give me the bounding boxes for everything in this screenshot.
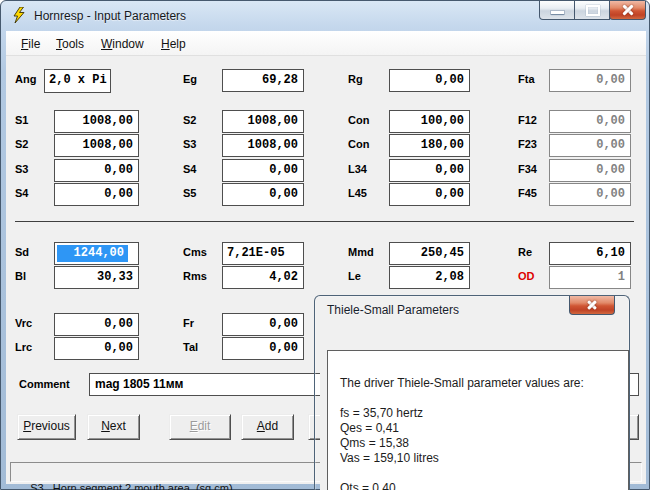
menu-bar: FileToolsWindowHelp [6,31,646,56]
param-value: 0,00 [390,70,469,91]
param-value: 0,00 [550,160,630,181]
param-label-tal: Tal [183,341,198,353]
param-input-eg[interactable]: 69,28 [222,69,304,92]
window-title: Hornresp - Input Parameters [34,9,186,23]
param-input-le[interactable]: 2,08 [389,266,470,289]
param-input-s4[interactable]: 0,00 [222,159,304,182]
param-value: 0,00 [223,160,303,181]
param-input-f34[interactable]: 0,00 [549,159,631,182]
param-input-fta[interactable]: 0,00 [549,69,631,92]
param-label-l45: L45 [348,187,367,199]
param-input-ang[interactable]: 2,0 x Pi [44,69,111,93]
param-input-lrc[interactable]: 0,00 [54,337,139,360]
param-value: 0,00 [55,160,138,181]
param-input-s4[interactable]: 0,00 [54,183,139,206]
dialog-message-line: Qms = 15,38 [340,436,620,451]
menu-item-tools[interactable]: Tools [53,36,87,52]
param-input-f12[interactable]: 0,00 [549,110,631,133]
param-input-s2[interactable]: 1008,00 [54,134,139,157]
param-value: 1008,00 [223,135,303,156]
param-label-lrc: Lrc [15,341,32,353]
param-input-rms[interactable]: 4,02 [222,266,304,289]
param-input-bl[interactable]: 30,33 [54,266,139,289]
param-label-f34: F34 [518,163,537,175]
param-label-f12: F12 [518,114,537,126]
param-label-rms: Rms [183,270,207,282]
dialog-message-line: fs = 35,70 hertz [340,406,620,421]
param-label-eg: Eg [183,73,197,85]
minimize-icon [551,11,564,14]
param-input-cms[interactable]: 7,21E-05 [222,242,304,265]
param-value: 0,00 [550,184,630,205]
param-value: 0,00 [223,184,303,205]
lightning-bolt-icon [11,7,27,23]
param-label-s2: S2 [183,114,196,126]
param-label-s4: S4 [183,163,196,175]
section-divider [15,221,634,222]
minimize-button[interactable] [539,1,575,20]
param-label-vrc: Vrc [15,317,32,329]
param-label-s5: S5 [183,187,196,199]
param-value: 7,21E-05 [223,243,303,264]
close-button[interactable] [609,1,646,20]
param-input-re[interactable]: 6,10 [549,242,631,265]
param-input-s2[interactable]: 1008,00 [222,110,304,133]
title-bar[interactable]: Hornresp - Input Parameters [1,1,650,31]
param-input-f45[interactable]: 0,00 [549,183,631,206]
dialog-message-line: Vas = 159,10 litres [340,451,620,466]
param-input-con[interactable]: 100,00 [389,110,470,133]
param-input-l34[interactable]: 0,00 [389,159,470,182]
param-input-s3[interactable]: 0,00 [54,159,139,182]
param-input-od[interactable]: 1 [549,266,631,289]
dialog-message-line: Qts = 0,40 [340,481,620,490]
menu-item-file[interactable]: File [18,36,43,52]
dialog-message-line: Qes = 0,41 [340,421,620,436]
param-label-ang: Ang [15,73,36,85]
param-input-s1[interactable]: 1008,00 [54,110,139,133]
param-value: 0,00 [55,338,138,359]
param-label-cms: Cms [183,246,207,258]
param-label-con: Con [348,138,369,150]
param-label-s3: S3 [15,163,28,175]
add-button[interactable]: Add [241,414,294,440]
comment-label: Comment [19,378,70,390]
param-label-s3: S3 [183,138,196,150]
param-input-fr[interactable]: 0,00 [222,313,304,336]
param-input-sd[interactable]: 1244,00 [54,242,139,265]
dialog-message-text: The driver Thiele-Small parameter values… [340,376,620,490]
param-input-s3[interactable]: 1008,00 [222,134,304,157]
param-value: 30,33 [55,267,138,288]
param-label-sd: Sd [15,246,29,258]
param-value: 0,00 [550,70,630,91]
param-input-con[interactable]: 180,00 [389,134,470,157]
param-input-mmd[interactable]: 250,45 [389,242,470,265]
param-value: 1008,00 [55,111,138,132]
param-value: 0,00 [390,184,469,205]
dialog-close-button[interactable] [569,296,615,315]
menu-item-help[interactable]: Help [158,36,189,52]
param-value: 100,00 [390,111,469,132]
param-input-f23[interactable]: 0,00 [549,134,631,157]
param-value: 2,0 x Pi [45,70,110,92]
param-value: 4,02 [223,267,303,288]
param-label-f45: F45 [518,187,537,199]
param-input-vrc[interactable]: 0,00 [54,313,139,336]
param-input-rg[interactable]: 0,00 [389,69,470,92]
param-value: 0,00 [55,314,138,335]
dialog-title: Thiele-Small Parameters [327,303,459,317]
next-button[interactable]: Next [87,414,140,440]
selected-text: 1244,00 [57,245,128,262]
menu-item-window[interactable]: Window [98,36,147,52]
previous-button[interactable]: Previous [17,414,76,440]
param-input-l45[interactable]: 0,00 [389,183,470,206]
param-input-tal[interactable]: 0,00 [222,337,304,360]
param-label-re: Re [518,246,532,258]
param-value: 0,00 [550,111,630,132]
dialog-client: The driver Thiele-Small parameter values… [320,321,624,490]
param-value: 6,10 [550,243,630,264]
param-value: 250,45 [390,243,469,264]
edit-button[interactable]: Edit [169,414,231,440]
param-input-s5[interactable]: 0,00 [222,183,304,206]
maximize-button[interactable] [574,1,610,20]
dialog-message-line [340,391,620,406]
